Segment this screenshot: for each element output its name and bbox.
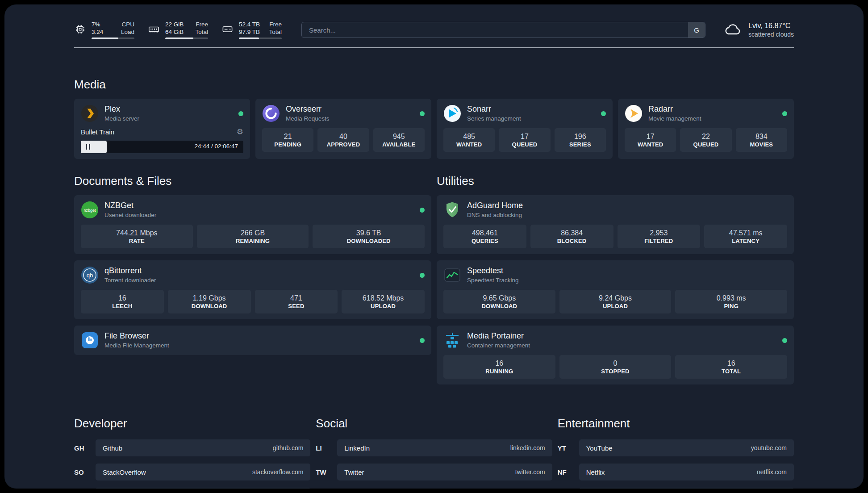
app-card-speedtest[interactable]: Speedtest Speedtest Tracking 9.65 GbpsDO… <box>437 260 794 319</box>
stat-box: 16TOTAL <box>675 355 787 379</box>
app-card-overseerr[interactable]: Overseerr Media Requests 21PENDING 40APP… <box>255 99 431 159</box>
bookmark-url: github.com <box>273 444 303 451</box>
plex-icon <box>81 104 99 122</box>
bookmark-abbr: NF <box>558 468 573 476</box>
cpu-percent: 7% <box>92 21 100 28</box>
bookmark-github[interactable]: GH Githubgithub.com <box>74 439 310 456</box>
disk-free-label: Free <box>269 21 282 28</box>
stat-box: 21PENDING <box>262 128 313 152</box>
bookmark-reddit[interactable]: RE Redditreddit.com <box>558 488 794 489</box>
app-desc: Series management <box>467 115 521 122</box>
disk-widget: 52.4 TBFree 97.9 TBTotal <box>221 21 282 39</box>
stat-box: 2,953FILTERED <box>618 225 701 248</box>
media-progress-bar[interactable]: 24:44 / 02:06:47 <box>81 141 243 153</box>
status-dot <box>420 111 425 116</box>
bookmark-name: YouTube <box>586 444 613 452</box>
app-name: Radarr <box>648 104 701 114</box>
ram-free-label: Free <box>196 21 208 28</box>
ram-total: 64 GiB <box>165 28 184 36</box>
sonarr-icon <box>443 104 461 122</box>
cpu-label: CPU <box>121 21 134 28</box>
app-desc: Usenet downloader <box>104 211 156 219</box>
media-row: Plex Media server Bullet Train ⚙ 24:44 /… <box>74 99 794 159</box>
weather-widget[interactable]: Lviv, 16.87°C scattered clouds <box>723 21 794 38</box>
status-dot <box>420 338 425 343</box>
app-name: Plex <box>104 104 139 114</box>
bookmark-netflix[interactable]: NF Netflixnetflix.com <box>558 464 794 480</box>
app-desc: Media server <box>104 115 139 122</box>
portainer-icon <box>443 331 461 349</box>
ram-usage-bar <box>165 38 208 39</box>
cpu-widget: 7%CPU 3.24Load <box>74 21 134 39</box>
section-title-utilities: Utilities <box>437 174 794 188</box>
radarr-icon <box>625 104 643 122</box>
disk-free-row: 52.4 TBFree <box>239 21 282 28</box>
stat-box: 266 GBREMAINING <box>197 225 309 248</box>
stat-box: 17QUEUED <box>499 128 550 152</box>
bookmark-abbr: YT <box>558 444 573 452</box>
cpu-usage-bar <box>92 38 134 39</box>
app-card-adguard[interactable]: AdGuard Home DNS and adblocking 498,461Q… <box>437 195 794 254</box>
bookmark-name: StackOverflow <box>103 468 146 476</box>
topbar: 7%CPU 3.24Load 22 GiBFree 64 GiBTotal <box>74 21 794 39</box>
bookmark-twitter[interactable]: TW Twittertwitter.com <box>316 464 552 480</box>
bookmark-url: twitter.com <box>515 468 545 476</box>
app-name: File Browser <box>104 331 169 341</box>
search-input[interactable] <box>302 22 688 38</box>
qbittorrent-icon: qb <box>81 266 99 284</box>
stat-box: 22QUEUED <box>680 128 731 152</box>
cpu-usage-row: 7%CPU <box>92 21 134 28</box>
search-engine-button[interactable]: G <box>688 22 705 38</box>
disk-usage-bar <box>239 38 282 39</box>
bookmark-url: netflix.com <box>757 468 787 476</box>
stat-box: 498,461QUERIES <box>443 225 526 248</box>
stat-box: 1.19 GbpsDOWNLOAD <box>168 290 251 313</box>
app-card-filebrowser[interactable]: File Browser Media File Management <box>74 326 431 355</box>
weather-location: Lviv, 16.87°C <box>748 21 794 30</box>
app-card-radarr[interactable]: Radarr Movie management 17WANTED 22QUEUE… <box>618 99 794 159</box>
bookmark-url: stackoverflow.com <box>252 468 303 476</box>
stat-box: 618.52 MbpsUPLOAD <box>342 290 425 313</box>
stat-box: 744.21 MbpsRATE <box>81 225 193 248</box>
status-dot <box>601 111 606 116</box>
app-desc: Movie management <box>648 115 701 122</box>
app-name: Speedtest <box>467 266 519 276</box>
section-title-media: Media <box>74 78 794 92</box>
gear-icon[interactable]: ⚙ <box>237 127 243 137</box>
pause-icon[interactable] <box>86 144 90 150</box>
stat-box: 86,384BLOCKED <box>530 225 613 248</box>
bookmark-name: Twitter <box>344 468 364 476</box>
app-card-nzbget[interactable]: nzbget NZBGet Usenet downloader 744.21 M… <box>74 195 431 254</box>
disk-free: 52.4 TB <box>239 21 260 28</box>
app-card-sonarr[interactable]: Sonarr Series management 485WANTED 17QUE… <box>437 99 613 159</box>
disk-total: 97.9 TB <box>239 28 260 36</box>
bookmark-abbr: SO <box>74 468 89 476</box>
bookmark-linkedin[interactable]: LI LinkedInlinkedin.com <box>316 439 552 456</box>
app-desc: Media Requests <box>286 115 330 122</box>
stat-box: 196SERIES <box>555 128 606 152</box>
utilities-column: Utilities AdGuard Home DNS and adblockin… <box>437 174 794 391</box>
bookmark-stackoverflow[interactable]: SO StackOverflowstackoverflow.com <box>74 464 310 480</box>
bookmark-dev[interactable]: DT DEVdev.to <box>74 488 310 489</box>
app-card-plex[interactable]: Plex Media server Bullet Train ⚙ 24:44 /… <box>74 99 250 159</box>
section-title-social: Social <box>316 417 552 430</box>
nzbget-icon: nzbget <box>81 201 99 219</box>
app-desc: Torrent downloader <box>104 276 156 284</box>
bookmark-youtube[interactable]: YT YouTubeyoutube.com <box>558 439 794 456</box>
ram-icon <box>148 21 160 35</box>
bookmark-name: LinkedIn <box>344 444 370 452</box>
now-playing-title: Bullet Train <box>81 128 114 136</box>
stat-box: 0.993 msPING <box>675 290 787 313</box>
dashboard-window: 7%CPU 3.24Load 22 GiBFree 64 GiBTotal <box>4 4 864 489</box>
ram-free: 22 GiB <box>165 21 184 28</box>
cpu-load: 3.24 <box>92 28 103 36</box>
stat-box: 485WANTED <box>443 128 495 152</box>
app-card-qbittorrent[interactable]: qb qBittorrent Torrent downloader 16LEEC… <box>74 260 431 319</box>
stat-box: 40APPROVED <box>317 128 369 152</box>
stat-box: 17WANTED <box>625 128 676 152</box>
bookmark-name: Netflix <box>586 468 605 476</box>
entertainment-column: Entertainment YT YouTubeyoutube.com NF N… <box>558 417 794 489</box>
documents-column: Documents & Files nzbget NZBGet Usenet d… <box>74 174 431 391</box>
app-card-portainer[interactable]: Media Portainer Container management 16R… <box>437 326 794 384</box>
media-time: 24:44 / 02:06:47 <box>194 143 238 150</box>
